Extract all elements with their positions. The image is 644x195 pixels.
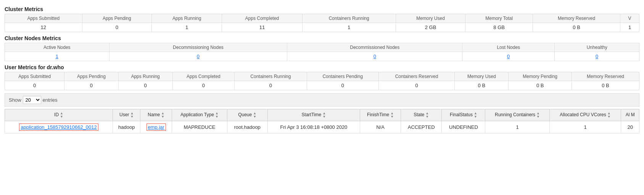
app-type-cell: MAPREDUCE (172, 121, 227, 133)
user-metrics-cell: 0 (378, 81, 455, 90)
cluster-nodes-table: Active NodesDecommissioning NodesDecommi… (5, 43, 639, 61)
start-time-cell: Fri Apr 3 16:08:18 +0800 2020 (267, 121, 360, 133)
cluster-nodes-cell: 0 (462, 52, 555, 61)
user-metrics-cell: 0 (172, 81, 235, 90)
data-table-col-header[interactable]: Name▲▼ (140, 109, 172, 121)
sort-arrows-icon[interactable]: ▲▼ (130, 112, 134, 119)
cluster-metrics-table: Apps SubmittedApps PendingApps RunningAp… (5, 14, 639, 32)
sort-arrows-icon[interactable]: ▲▼ (474, 112, 477, 119)
user-metrics-cell: 0 B (509, 81, 572, 90)
app-id-link[interactable]: application_1585792910662_0012 (19, 123, 98, 131)
entries-label: entries (43, 97, 58, 103)
cluster-metrics-col-header: Memory Used (396, 14, 465, 23)
user-metrics-cell: 0 (5, 81, 64, 90)
data-table-col-header[interactable]: Running Containers▲▼ (485, 109, 549, 121)
cluster-nodes-col-header: Decommissioned Nodes (287, 43, 462, 52)
cluster-metrics-col-header: Memory Total (465, 14, 533, 23)
user-metrics-col-header: Containers Running (235, 72, 307, 81)
data-table-col-header[interactable]: StartTime▲▼ (267, 109, 360, 121)
cluster-metrics-cell: 12 (5, 23, 82, 32)
cluster-metrics-col-header: Apps Running (152, 14, 222, 23)
state-cell: ACCEPTED (401, 121, 442, 133)
sort-arrows-icon[interactable]: ▲▼ (536, 112, 540, 119)
cluster-metrics-cell: 8 GB (465, 23, 533, 32)
entries-select[interactable]: 102050100 (23, 96, 41, 104)
col-label: FinalStatus (450, 112, 473, 117)
user-metrics-col-header: Apps Running (118, 72, 172, 81)
cluster-metrics-col-header: V (620, 14, 639, 23)
col-label: Queue (238, 112, 252, 117)
cluster-nodes-cell: 0 (109, 52, 287, 61)
user-cell: hadoop (113, 121, 140, 133)
data-table-col-header[interactable]: State▲▼ (401, 109, 442, 121)
cluster-nodes-cell: 0 (555, 52, 639, 61)
col-label: Allocated CPU VCores (560, 112, 606, 117)
col-label: Application Type (180, 112, 214, 117)
sort-arrows-icon[interactable]: ▲▼ (390, 112, 394, 119)
user-metrics-col-header: Apps Completed (172, 72, 235, 81)
user-metrics-col-header: Apps Submitted (5, 72, 64, 81)
data-table-col-header[interactable]: User▲▼ (113, 109, 140, 121)
data-table-col-header[interactable]: FinalStatus▲▼ (442, 109, 485, 121)
al-m-cell: 20 (621, 121, 639, 133)
data-table-col-header[interactable]: ID▲▼ (5, 109, 113, 121)
col-label: StartTime (302, 112, 322, 117)
sort-arrows-icon[interactable]: ▲▼ (607, 112, 611, 119)
final-status-cell: UNDEFINED (442, 121, 485, 133)
user-metrics-cell: 0 B (572, 81, 639, 90)
user-metrics-col-header: Memory Pending (509, 72, 572, 81)
data-table-col-header[interactable]: Allocated CPU VCores▲▼ (549, 109, 621, 121)
user-metrics-title: User Metrics for dr.who (5, 64, 639, 70)
cluster-metrics-col-header: Apps Completed (222, 14, 303, 23)
cluster-metrics-cell: 1 (620, 23, 639, 32)
show-entries-bar: Show 102050100 entries (5, 93, 639, 107)
user-metrics-col-header: Containers Pending (307, 72, 378, 81)
cluster-metrics-cell: 0 B (533, 23, 620, 32)
queue-cell: root.hadoop (227, 121, 267, 133)
user-metrics-cell: 0 (118, 81, 172, 90)
cluster-metrics-cell: 0 (82, 23, 152, 32)
col-label: Name (148, 112, 160, 117)
data-table-col-header: Al M (621, 109, 639, 121)
user-metrics-col-header: Apps Pending (64, 72, 118, 81)
applications-table: ID▲▼User▲▼Name▲▼Application Type▲▼Queue▲… (5, 109, 639, 133)
user-metrics-table: Apps SubmittedApps PendingApps RunningAp… (5, 72, 639, 90)
cluster-metrics-title: Cluster Metrics (5, 6, 639, 12)
cluster-metrics-col-header: Memory Reserved (533, 14, 620, 23)
sort-arrows-icon[interactable]: ▲▼ (215, 112, 219, 119)
data-table-col-header[interactable]: Application Type▲▼ (172, 109, 227, 121)
allocated-cpu-cell: 1 (549, 121, 621, 133)
sort-arrows-icon[interactable]: ▲▼ (425, 112, 429, 119)
cluster-metrics-col-header: Apps Submitted (5, 14, 82, 23)
user-metrics-col-header: Containers Reserved (378, 72, 455, 81)
name-cell: emp.jar (140, 121, 172, 133)
user-metrics-cell: 0 B (455, 81, 509, 90)
data-table-col-header[interactable]: Queue▲▼ (227, 109, 267, 121)
cluster-metrics-cell: 11 (222, 23, 303, 32)
sort-arrows-icon[interactable]: ▲▼ (161, 112, 164, 119)
cluster-nodes-cell: 0 (287, 52, 462, 61)
cluster-metrics-col-header: Containers Running (302, 14, 396, 23)
cluster-nodes-cell: 1 (5, 52, 109, 61)
sort-arrows-icon[interactable]: ▲▼ (253, 112, 256, 119)
cluster-nodes-col-header: Lost Nodes (462, 43, 555, 52)
user-metrics-cell: 0 (235, 81, 307, 90)
col-label: FinishTime (367, 112, 389, 117)
cluster-metrics-col-header: Apps Pending (82, 14, 152, 23)
app-id-cell: application_1585792910662_0012 (5, 121, 113, 133)
col-label: Al M (626, 112, 635, 117)
data-table-col-header[interactable]: FinishTime▲▼ (360, 109, 401, 121)
cluster-nodes-col-header: Decommissioning Nodes (109, 43, 287, 52)
sort-arrows-icon[interactable]: ▲▼ (322, 112, 326, 119)
app-name-link[interactable]: emp.jar (147, 123, 166, 131)
col-label: Running Containers (495, 112, 535, 117)
table-row: application_1585792910662_0012hadoopemp.… (5, 121, 639, 133)
finish-time-cell: N/A (360, 121, 401, 133)
sort-arrows-icon[interactable]: ▲▼ (60, 112, 63, 119)
cluster-metrics-cell: 1 (302, 23, 396, 32)
cluster-metrics-cell: 1 (152, 23, 222, 32)
cluster-metrics-cell: 2 GB (396, 23, 465, 32)
cluster-nodes-title: Cluster Nodes Metrics (5, 35, 639, 41)
cluster-nodes-col-header: Active Nodes (5, 43, 109, 52)
user-metrics-col-header: Memory Reserved (572, 72, 639, 81)
